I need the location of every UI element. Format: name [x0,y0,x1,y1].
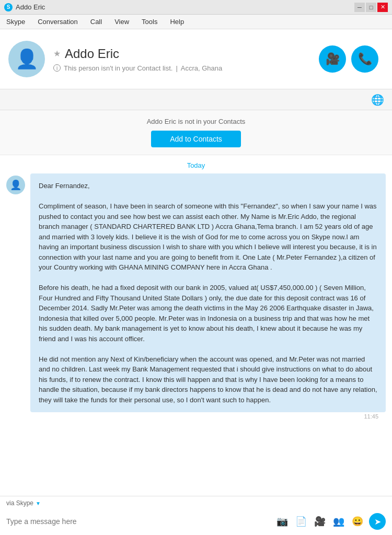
date-separator: Today [0,155,392,173]
add-to-contacts-button[interactable]: Add to Contacts [151,131,241,147]
emoji-button[interactable]: 😀 [350,514,365,529]
message-input-row: 📷 📄 🎥 👥 😀 ➤ [0,510,392,535]
profile-status: i This person isn't in your Contact list… [53,64,319,72]
video-msg-icon: 🎥 [314,516,326,527]
not-in-contacts-text: Addo Eric is not in your Contacts [147,118,246,125]
title-bar: S Addo Eric ─ □ ✕ [0,0,392,15]
profile-header: 👤 ★ Addo Eric i This person isn't in you… [0,29,392,89]
message-input[interactable] [6,517,271,526]
input-area: via Skype ▼ 📷 📄 🎥 👥 😀 ➤ [0,496,392,535]
toolbar-area: 🌐 [0,89,392,110]
title-controls: ─ □ ✕ [354,3,388,12]
message-bubble: Dear Fernandez,Compliment of season, I h… [30,173,386,412]
video-call-button[interactable]: 🎥 [319,45,346,73]
profile-avatar: 👤 [8,41,45,77]
file-icon: 📄 [295,516,307,527]
skype-icon: S [4,3,13,11]
file-attach-button[interactable]: 📄 [294,514,308,529]
title-bar-left: S Addo Eric [4,3,45,11]
minimize-button[interactable]: ─ [354,3,365,12]
avatar-person-icon: 👤 [15,48,39,70]
contacts-icon: 👥 [333,516,344,527]
image-icon: 📷 [276,516,288,527]
menu-call[interactable]: Call [88,17,104,27]
message-row: 👤 Dear Fernandez,Compliment of season, I… [0,173,392,426]
menu-skype[interactable]: Skype [4,17,27,27]
profile-separator: | [176,64,177,72]
not-in-contacts-banner: Addo Eric is not in your Contacts Add to… [0,110,392,155]
menu-view[interactable]: View [112,17,131,27]
message-time: 11:45 [30,413,378,420]
close-button[interactable]: ✕ [377,3,388,12]
send-button[interactable]: ➤ [369,513,386,530]
menu-tools[interactable]: Tools [140,17,159,27]
via-skype-label: via Skype [6,499,33,507]
via-dropdown-arrow[interactable]: ▼ [36,501,41,506]
video-icon: 🎥 [326,52,340,66]
maximize-button[interactable]: □ [366,3,376,12]
image-attach-button[interactable]: 📷 [275,514,290,529]
star-icon[interactable]: ★ [53,49,61,59]
voice-call-button[interactable]: 📞 [351,45,378,73]
globe-icon[interactable]: 🌐 [371,94,384,106]
emoji-icon: 😀 [352,516,363,527]
menu-conversation[interactable]: Conversation [36,17,80,27]
menu-help[interactable]: Help [168,17,186,27]
input-icons: 📷 📄 🎥 👥 😀 ➤ [275,513,386,530]
profile-location: Accra, Ghana [181,64,223,72]
contacts-button[interactable]: 👥 [331,514,346,529]
window-title: Addo Eric [16,3,45,11]
chat-area[interactable]: Today 👤 Dear Fernandez,Compliment of sea… [0,155,392,450]
via-skype-bar: via Skype ▼ [0,496,392,510]
profile-status-text: This person isn't in your Contact list. [64,64,172,72]
send-icon: ➤ [374,517,381,527]
message-avatar-icon: 👤 [10,179,21,191]
menu-bar: Skype Conversation Call View Tools Help [0,15,392,29]
profile-actions: 🎥 📞 [319,45,378,73]
profile-info: ★ Addo Eric i This person isn't in your … [53,46,319,72]
message-content: Dear Fernandez,Compliment of season, I h… [30,173,386,420]
profile-name: Addo Eric [65,46,119,61]
profile-name-row: ★ Addo Eric [53,46,319,61]
info-icon: i [53,64,61,72]
message-avatar: 👤 [6,176,25,194]
video-msg-button[interactable]: 🎥 [313,514,327,529]
phone-icon: 📞 [358,52,372,66]
